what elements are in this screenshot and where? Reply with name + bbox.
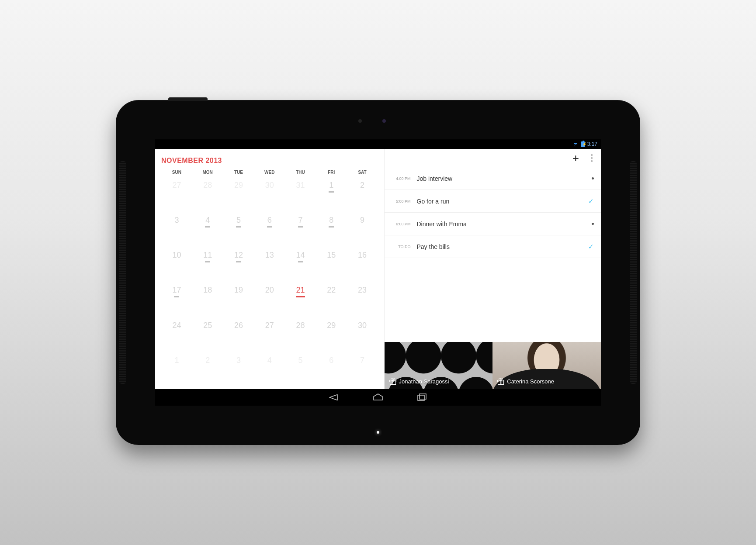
event-title: Go for a run: [417, 198, 589, 205]
weekday-label: MON: [192, 170, 223, 175]
weekday-label: FRI: [316, 170, 347, 175]
calendar-day-cell[interactable]: 3: [223, 350, 254, 385]
day-number: 5: [298, 356, 303, 365]
day-number: 19: [234, 286, 243, 295]
day-number: 29: [234, 181, 243, 190]
weekday-label: SUN: [161, 170, 192, 175]
calendar-day-cell[interactable]: 11: [192, 245, 223, 279]
event-mark: [298, 261, 303, 262]
dot-icon: [592, 177, 594, 179]
calendar-day-cell[interactable]: 13: [254, 245, 285, 279]
calendar-day-cell[interactable]: 27: [161, 175, 192, 210]
day-number: 28: [203, 181, 212, 190]
event-row[interactable]: 6:00 PMDinner with Emma: [385, 213, 601, 235]
contact-card[interactable]: Caterina Scorsone: [492, 342, 601, 389]
day-number: 1: [329, 181, 333, 190]
calendar-day-cell[interactable]: 16: [347, 245, 378, 279]
calendar-day-cell[interactable]: 15: [316, 245, 347, 279]
day-number: 22: [327, 286, 336, 295]
calendar-day-cell[interactable]: 30: [347, 315, 378, 350]
nav-recent-button[interactable]: [416, 393, 427, 402]
day-number: 24: [172, 321, 181, 330]
day-number: 27: [265, 321, 274, 330]
calendar-day-cell[interactable]: 31: [285, 175, 316, 210]
gift-icon: [390, 379, 396, 385]
calendar-day-cell[interactable]: 4: [192, 210, 223, 245]
speaker-right: [630, 161, 637, 384]
day-number: 2: [360, 181, 364, 190]
calendar-day-cell[interactable]: 26: [223, 315, 254, 350]
calendar-day-cell[interactable]: 5: [223, 210, 254, 245]
calendar-day-cell[interactable]: 3: [161, 210, 192, 245]
day-number: 30: [358, 321, 367, 330]
event-pane: + 4:00 PMJob interview5:00 PMGo for a ru…: [384, 149, 601, 389]
status-time: 3:17: [587, 141, 597, 147]
day-number: 28: [296, 321, 305, 330]
day-number: 12: [234, 251, 243, 260]
day-number: 16: [358, 251, 367, 260]
event-mark: [329, 226, 334, 228]
calendar-day-cell[interactable]: 23: [347, 279, 378, 314]
event-title: Dinner with Emma: [417, 221, 592, 228]
calendar-day-cell[interactable]: 25: [192, 315, 223, 350]
calendar-day-cell[interactable]: 2: [192, 350, 223, 385]
overflow-menu-button[interactable]: [589, 154, 595, 162]
day-number: 3: [236, 356, 241, 365]
calendar-day-cell[interactable]: 12: [223, 245, 254, 279]
calendar-day-cell[interactable]: 20: [254, 279, 285, 314]
event-row[interactable]: 4:00 PMJob interview: [385, 167, 601, 190]
calendar-day-cell[interactable]: 27: [254, 315, 285, 350]
add-event-button[interactable]: +: [572, 152, 579, 164]
calendar-day-cell[interactable]: 2: [347, 175, 378, 210]
indicator-led: [377, 431, 379, 434]
calendar-day-cell[interactable]: 7: [347, 350, 378, 385]
calendar-day-cell[interactable]: 6: [254, 210, 285, 245]
calendar-day-cell[interactable]: 1: [161, 350, 192, 385]
calendar-day-cell[interactable]: 10: [161, 245, 192, 279]
day-number: 27: [172, 181, 181, 190]
calendar-day-cell[interactable]: 17: [161, 279, 192, 314]
calendar-day-cell[interactable]: 9: [347, 210, 378, 245]
calendar-day-cell[interactable]: 1: [316, 175, 347, 210]
day-number: 6: [329, 356, 333, 365]
calendar-day-cell[interactable]: 28: [285, 315, 316, 350]
calendar-day-cell[interactable]: 19: [223, 279, 254, 314]
day-number: 2: [205, 356, 210, 365]
month-title[interactable]: NOVEMBER 2013: [161, 157, 378, 165]
calendar-day-cell[interactable]: 7: [285, 210, 316, 245]
contact-card[interactable]: Jonathan Saragossi: [385, 342, 493, 389]
day-number: 23: [358, 286, 367, 295]
calendar-day-cell[interactable]: 28: [192, 175, 223, 210]
event-time: 6:00 PM: [390, 222, 411, 226]
calendar-day-cell[interactable]: 30: [254, 175, 285, 210]
power-button[interactable]: [168, 97, 208, 101]
day-number: 6: [267, 216, 272, 225]
calendar-day-cell[interactable]: 6: [316, 350, 347, 385]
event-header: +: [385, 149, 601, 167]
nav-back-button[interactable]: [329, 393, 340, 402]
calendar-day-cell[interactable]: 22: [316, 279, 347, 314]
calendar-day-cell[interactable]: 5: [285, 350, 316, 385]
calendar-day-cell[interactable]: 8: [316, 210, 347, 245]
event-row[interactable]: 5:00 PMGo for a run✓: [385, 190, 601, 213]
status-bar[interactable]: ⚡ 3:17: [155, 139, 601, 149]
day-number: 9: [360, 216, 364, 225]
event-mark: [267, 226, 272, 228]
gift-icon: [498, 379, 504, 385]
event-row[interactable]: TO DOPay the bills✓: [385, 235, 601, 258]
day-number: 21: [296, 286, 305, 295]
day-number: 4: [267, 356, 272, 365]
day-number: 8: [329, 216, 333, 225]
calendar-day-cell[interactable]: 29: [223, 175, 254, 210]
weekday-label: THU: [285, 170, 316, 175]
calendar-day-cell[interactable]: 4: [254, 350, 285, 385]
calendar-day-cell[interactable]: 29: [316, 315, 347, 350]
calendar-day-cell[interactable]: 14: [285, 245, 316, 279]
event-mark: [174, 296, 179, 297]
tablet-frame: ⚡ 3:17 NOVEMBER 2013 SUNMONTUEWEDTHUFRIS…: [116, 100, 640, 445]
calendar-day-cell[interactable]: 21: [285, 279, 316, 314]
dot-icon: [592, 223, 594, 225]
nav-home-button[interactable]: [372, 393, 384, 402]
calendar-day-cell[interactable]: 24: [161, 315, 192, 350]
calendar-day-cell[interactable]: 18: [192, 279, 223, 314]
